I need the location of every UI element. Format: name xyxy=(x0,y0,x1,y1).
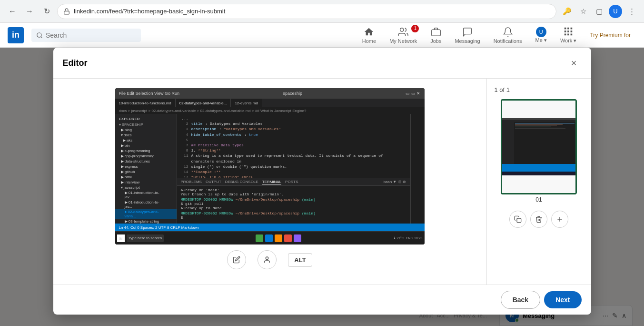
tab3: 12-events.md xyxy=(231,99,262,107)
thumbnail-container: 01 xyxy=(501,99,577,203)
nav-notifications[interactable]: Notifications xyxy=(488,24,528,47)
linkedin-nav: Home My Network 1 Jobs Messaging Notific… xyxy=(357,23,636,47)
vscode-editor-area: ... 2title: Datatypes and Variables 3des… xyxy=(177,114,410,224)
thumb-top xyxy=(502,101,575,118)
modal-footer: Back Next xyxy=(53,285,591,315)
delete-button[interactable] xyxy=(530,211,547,228)
thumbnail-label: 01 xyxy=(501,196,577,203)
svg-rect-13 xyxy=(571,34,573,36)
edit-button[interactable] xyxy=(227,250,246,269)
vscode-sidebar: EXPLORER ▾ SPACESHIP ▶ blog ▾ docs ▶ aks… xyxy=(115,114,177,224)
key-icon[interactable]: 🔑 xyxy=(560,5,574,18)
network-badge: 1 xyxy=(411,25,419,32)
svg-rect-9 xyxy=(567,31,569,32)
modal-body: File Edit Selection View Go Run spaceshi… xyxy=(53,79,591,285)
nav-network[interactable]: My Network 1 xyxy=(384,24,423,47)
address-bar[interactable]: linkedin.com/feed/?trk=homepage-basic_si… xyxy=(57,4,556,19)
search-bar[interactable] xyxy=(31,29,141,42)
svg-rect-5 xyxy=(565,28,566,30)
person-button[interactable] xyxy=(258,250,277,269)
svg-rect-10 xyxy=(571,31,573,32)
profile-icon[interactable]: U xyxy=(609,5,622,18)
main-image: File Edit Selection View Go Run spaceshi… xyxy=(115,88,425,244)
search-input[interactable] xyxy=(46,31,129,39)
svg-rect-6 xyxy=(567,28,569,30)
copy-button[interactable] xyxy=(509,211,526,228)
forward-button[interactable]: → xyxy=(23,5,36,18)
breadcrumb: docs > javascript > 02-datatypes-and-var… xyxy=(115,107,425,114)
nav-profile[interactable]: U Me ▾ xyxy=(530,24,553,46)
try-premium[interactable]: Try Premium for xyxy=(584,29,636,41)
panel-tabs: PROBLEMS OUTPUT DEBUG CONSOLE TERMINAL P… xyxy=(177,178,410,185)
next-button[interactable]: Next xyxy=(544,291,581,308)
add-image-button[interactable] xyxy=(551,211,568,228)
thumbnail-actions xyxy=(509,211,568,228)
svg-point-14 xyxy=(266,257,268,259)
back-button[interactable]: Back xyxy=(501,291,540,309)
svg-line-2 xyxy=(41,36,42,38)
modal-title: Editor xyxy=(63,58,88,68)
back-button[interactable]: ← xyxy=(6,5,19,18)
browser-chrome: ← → ↻ linkedin.com/feed/?trk=homepage-ba… xyxy=(0,0,644,23)
image-toolbar: ALT xyxy=(227,244,312,275)
window-icon[interactable]: ▢ xyxy=(593,5,606,18)
url-text: linkedin.com/feed/?trk=homepage-basic_si… xyxy=(74,8,225,15)
close-button[interactable]: × xyxy=(566,55,582,71)
svg-rect-0 xyxy=(64,11,69,14)
nav-messaging[interactable]: Messaging xyxy=(449,24,485,47)
svg-point-1 xyxy=(37,32,41,37)
alt-button[interactable]: ALT xyxy=(288,253,312,267)
star-icon[interactable]: ☆ xyxy=(576,5,590,18)
svg-rect-11 xyxy=(565,34,566,36)
nav-home[interactable]: Home xyxy=(357,24,382,47)
nav-grid[interactable]: Work ▾ xyxy=(555,23,583,47)
right-panel: 1 of 1 xyxy=(486,79,591,285)
modal-header: Editor × xyxy=(53,48,591,79)
editor-modal: Editor × File Edit Selection View Go Run… xyxy=(53,48,591,315)
svg-rect-12 xyxy=(567,34,569,36)
vscode-screenshot: File Edit Selection View Go Run spaceshi… xyxy=(115,88,425,244)
browser-actions: 🔑 ☆ ▢ U ⋮ xyxy=(560,5,638,18)
svg-rect-8 xyxy=(565,31,566,32)
menu-icon[interactable]: ⋮ xyxy=(625,5,638,18)
svg-point-3 xyxy=(400,28,404,31)
vscode-statusbar: Ln 44, Col 0 Spaces: 2 UTF-8 CRLF Markdo… xyxy=(115,224,425,231)
vscode-tabs: 10-introduction-to-functions.md 02-datat… xyxy=(115,99,425,107)
vscode-terminal: Already on 'main' Your branch is up to d… xyxy=(177,185,410,224)
refresh-button[interactable]: ↻ xyxy=(40,5,53,18)
svg-rect-15 xyxy=(517,218,521,223)
thumb-bottom xyxy=(502,175,575,193)
thumbnail[interactable] xyxy=(501,99,577,194)
svg-rect-4 xyxy=(432,30,440,36)
linkedin-logo: in xyxy=(8,27,24,43)
vscode-main: EXPLORER ▾ SPACESHIP ▶ blog ▾ docs ▶ aks… xyxy=(115,114,425,224)
svg-rect-7 xyxy=(571,28,573,30)
thumb-image xyxy=(502,118,575,175)
vscode-scrollbar xyxy=(410,114,425,224)
vscode-titlebar: File Edit Selection View Go Run spaceshi… xyxy=(115,88,425,99)
windows-taskbar: ⊞ Type here to search 🌡21°C ENG 10 xyxy=(115,231,425,244)
tab2: 02-datatypes-and-variable... xyxy=(176,99,231,107)
linkedin-header: in Home My Network 1 Jobs Messaging Noti… xyxy=(0,23,644,48)
tab1: 10-introduction-to-functions.md xyxy=(115,99,176,107)
nav-jobs[interactable]: Jobs xyxy=(425,24,447,47)
image-area: File Edit Selection View Go Run spaceshi… xyxy=(53,79,486,285)
vscode-editor: ... 2title: Datatypes and Variables 3des… xyxy=(177,114,410,178)
image-counter: 1 of 1 xyxy=(495,86,510,93)
